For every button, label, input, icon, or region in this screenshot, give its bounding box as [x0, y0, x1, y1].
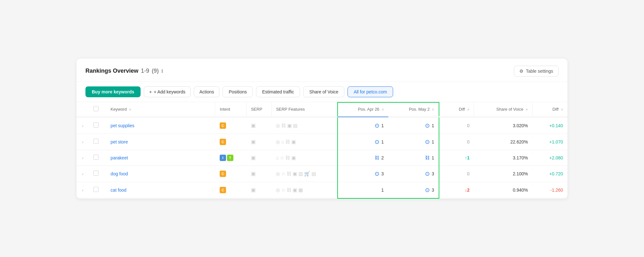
pos-apr-cell: ⛓ 2 — [338, 150, 388, 165]
keyword-sort-icon[interactable]: ≡ — [129, 107, 131, 111]
row-checkbox[interactable] — [93, 187, 99, 192]
checkbox-cell — [89, 182, 106, 198]
diff-sort-icon[interactable]: ≡ — [467, 107, 469, 111]
keyword-link[interactable]: dog food — [111, 171, 128, 176]
intent-badges: IT — [220, 155, 242, 161]
pos-apr-value: ⊙ 1 — [342, 138, 384, 145]
page-title: Rankings Overview — [85, 68, 138, 74]
main-container: Rankings Overview 1-9 (9) ℹ ⚙ Table sett… — [77, 59, 567, 199]
th-pos-apr: Pos. Apr 26 ≡ — [338, 102, 388, 116]
pos-apr-cell: 1 — [338, 182, 388, 198]
share-of-voice-filter[interactable]: Share of Voice — [303, 86, 344, 97]
pos-may-sort-icon[interactable]: ≡ — [432, 107, 434, 111]
keyword-link[interactable]: pet store — [111, 139, 128, 144]
expand-cell: › — [77, 117, 89, 134]
row-checkbox[interactable] — [93, 171, 99, 176]
expand-cell: › — [77, 134, 89, 150]
diff-neutral: 0 — [467, 123, 470, 128]
intent-badges: C — [220, 139, 242, 145]
intent-badge: T — [227, 155, 233, 161]
th-checkbox — [89, 102, 106, 116]
row-checkbox[interactable] — [93, 122, 99, 128]
add-keywords-button[interactable]: + + Add keywords — [144, 86, 191, 97]
sov-sort-icon[interactable]: ≡ — [526, 107, 528, 111]
pin-icon: ⊙ — [425, 138, 430, 145]
serp-icon: ▣ — [251, 187, 256, 193]
serp-feature-icon: ⛓ — [287, 171, 291, 176]
pin-icon: ⊙ — [375, 122, 379, 129]
keyword-link[interactable]: pet supplies — [111, 123, 135, 128]
pos-apr-value: ⛓ 2 — [342, 155, 384, 160]
pin-icon: ⊙ — [425, 122, 430, 129]
page-header: Rankings Overview 1-9 (9) ℹ ⚙ Table sett… — [77, 59, 567, 82]
toolbar: Buy more keywords + + Add keywords Actio… — [77, 82, 567, 102]
buy-keywords-button[interactable]: Buy more keywords — [85, 86, 141, 97]
intent-badge: C — [220, 187, 226, 193]
positions-filter[interactable]: Positions — [223, 86, 253, 97]
pos-apr-cell: ⊙ 1 — [338, 117, 388, 134]
table-row: › cat food C ▣ ◎☆⛓▣▦ 1 ⊙ 3 ↓2 — [77, 182, 567, 198]
link-icon: ⛓ — [375, 155, 379, 160]
select-all-checkbox[interactable] — [93, 106, 99, 111]
pos-may-number: 1 — [432, 123, 434, 128]
info-icon[interactable]: ℹ — [161, 69, 163, 74]
diff-up: ↑1 — [465, 155, 470, 160]
pos-apr-sort-icon[interactable]: ≡ — [382, 107, 384, 111]
expand-cell: › — [77, 150, 89, 165]
sov-cell: 2.100% — [474, 165, 532, 182]
pos-may-number: 1 — [432, 155, 434, 160]
pos-may-cell: ⛓ 1 — [388, 150, 439, 165]
keyword-link[interactable]: parakeet — [111, 155, 128, 160]
expand-cell: › — [77, 182, 89, 198]
serp-icon: ▣ — [251, 139, 256, 144]
serp-feature-icon: ▦ — [298, 187, 303, 193]
expand-button[interactable]: › — [82, 188, 84, 193]
serp-features-list: ◎☆⛓▣▦ — [276, 187, 327, 193]
serp-feature-icon: ⌂ — [281, 139, 284, 144]
gear-icon: ⚙ — [519, 69, 523, 74]
keyword-cell: parakeet — [106, 150, 215, 165]
serp-features-cell: ⌂☆⛓▣ — [271, 150, 338, 165]
serp-icon: ▣ — [251, 123, 256, 128]
expand-button[interactable]: › — [82, 172, 84, 176]
pin-icon: ⊙ — [425, 187, 430, 194]
serp-feature-icon: ⛓ — [285, 139, 290, 144]
keyword-link[interactable]: cat food — [111, 187, 127, 193]
sov-diff-cell: +0.140 — [532, 117, 567, 134]
serp-feature-icon: ⛓ — [287, 187, 291, 193]
serp-feature-icon: ◎ — [276, 171, 280, 177]
estimated-traffic-filter[interactable]: Estimated traffic — [256, 86, 300, 97]
expand-button[interactable]: › — [82, 124, 84, 128]
diff2-sort-icon[interactable]: ≡ — [561, 107, 563, 111]
serp-features-cell: ◎⌂⛓▣ — [271, 134, 338, 150]
diff-cell: ↓2 — [439, 182, 474, 198]
serp-feature-icon: ◎ — [276, 123, 280, 128]
serp-feature-icon: ▤ — [311, 171, 316, 177]
page-title-section: Rankings Overview 1-9 (9) ℹ — [85, 68, 163, 74]
sov-cell: 3.170% — [474, 150, 532, 165]
row-checkbox[interactable] — [93, 155, 99, 160]
serp-feature-icon: ☆ — [281, 171, 285, 177]
sov-diff-cell: +0.720 — [532, 165, 567, 182]
diff-cell: ↑1 — [439, 150, 474, 165]
serp-features-list: ◎☆⛓▣▥🛒▤ — [276, 171, 327, 177]
expand-button[interactable]: › — [82, 156, 84, 160]
pos-may-value: ⊙ 3 — [393, 170, 434, 177]
serp-feature-icon: ▣ — [287, 123, 292, 128]
serp-feature-icon: ◎ — [276, 139, 280, 145]
actions-button[interactable]: Actions — [194, 86, 219, 97]
expand-button[interactable]: › — [82, 140, 84, 144]
serp-icon: ▣ — [251, 171, 256, 176]
serp-cell: ▣ — [246, 134, 272, 150]
intent-badge: C — [220, 139, 226, 145]
th-intent: Intent — [215, 102, 246, 116]
intent-cell: C — [215, 134, 246, 150]
th-diff2: Diff ≡ — [532, 102, 567, 116]
row-checkbox[interactable] — [93, 139, 99, 144]
sov-diff-cell: +2.080 — [532, 150, 567, 165]
table-row: › parakeet IT ▣ ⌂☆⛓▣ ⛓ 2 ⛓ 1 ↑ — [77, 150, 567, 165]
serp-feature-icon: ▣ — [291, 155, 296, 161]
table-settings-button[interactable]: ⚙ Table settings — [514, 66, 559, 77]
intent-cell: C — [215, 117, 246, 134]
all-for-filter[interactable]: All for petco.com — [348, 86, 393, 97]
